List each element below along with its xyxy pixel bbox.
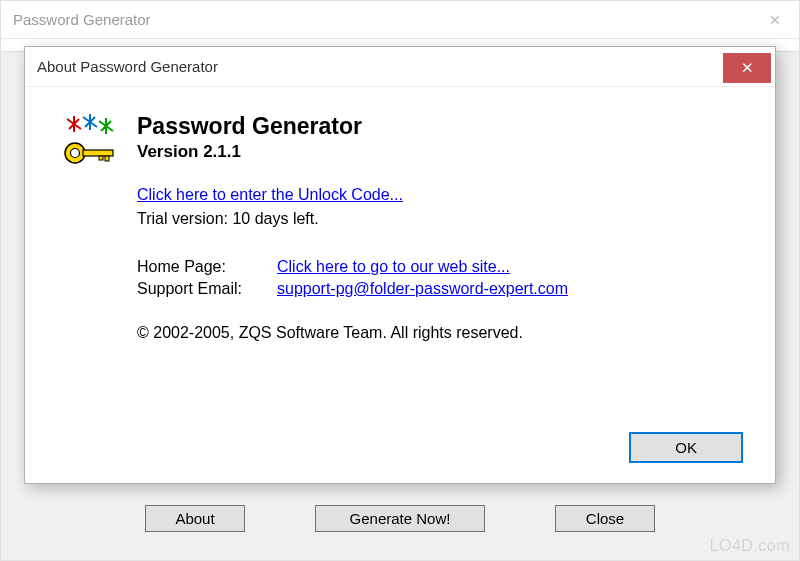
svg-rect-11 bbox=[83, 150, 113, 156]
trial-status: Trial version: 10 days left. bbox=[137, 210, 739, 228]
home-page-row: Home Page: Click here to go to our web s… bbox=[137, 258, 739, 276]
ok-button-container: OK bbox=[629, 432, 743, 463]
main-window-title: Password Generator bbox=[13, 11, 151, 28]
ok-button[interactable]: OK bbox=[629, 432, 743, 463]
support-email-label: Support Email: bbox=[137, 280, 277, 298]
support-email-row: Support Email: support-pg@folder-passwor… bbox=[137, 280, 739, 298]
about-dialog: About Password Generator ✕ bbox=[24, 46, 776, 484]
svg-rect-13 bbox=[99, 156, 103, 160]
main-button-row: About Generate Now! Close bbox=[1, 505, 799, 532]
about-text-block: Password Generator Version 2.1.1 Click h… bbox=[137, 113, 739, 342]
support-email-link[interactable]: support-pg@folder-password-expert.com bbox=[277, 280, 568, 298]
app-name: Password Generator bbox=[137, 113, 739, 140]
close-icon: ✕ bbox=[741, 59, 754, 77]
copyright-text: © 2002-2005, ZQS Software Team. All righ… bbox=[137, 324, 739, 342]
about-titlebar: About Password Generator ✕ bbox=[25, 47, 775, 87]
about-dialog-title: About Password Generator bbox=[37, 58, 218, 75]
app-version: Version 2.1.1 bbox=[137, 142, 739, 162]
close-icon: ✕ bbox=[769, 12, 781, 28]
about-close-button[interactable]: ✕ bbox=[723, 53, 771, 83]
about-content: Password Generator Version 2.1.1 Click h… bbox=[25, 87, 775, 352]
unlock-code-link[interactable]: Click here to enter the Unlock Code... bbox=[137, 186, 403, 203]
about-button[interactable]: About bbox=[145, 505, 245, 532]
main-close-button[interactable]: ✕ bbox=[752, 5, 797, 35]
app-key-icon bbox=[61, 113, 119, 171]
generate-button[interactable]: Generate Now! bbox=[315, 505, 485, 532]
home-page-link[interactable]: Click here to go to our web site... bbox=[277, 258, 510, 276]
svg-point-10 bbox=[71, 149, 80, 158]
close-button[interactable]: Close bbox=[555, 505, 655, 532]
svg-rect-12 bbox=[105, 156, 109, 161]
main-titlebar: Password Generator ✕ bbox=[1, 1, 799, 39]
home-page-label: Home Page: bbox=[137, 258, 277, 276]
